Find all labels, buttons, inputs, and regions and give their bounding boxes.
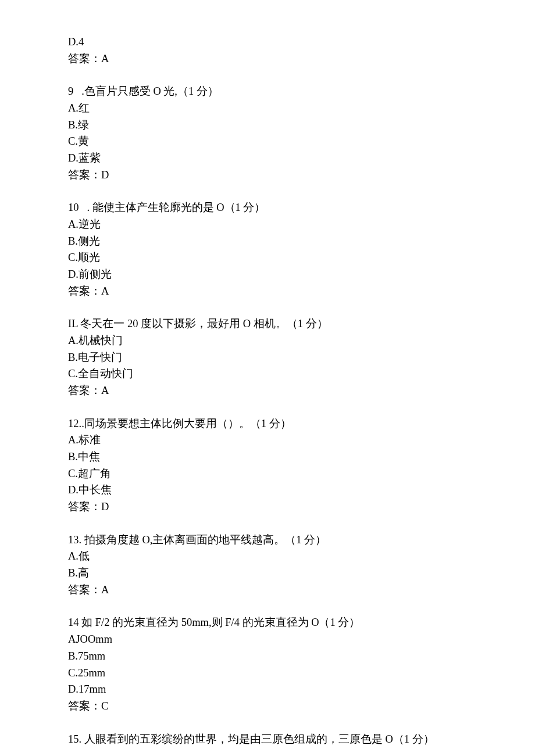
question-stem: 14 如 F/2 的光束直径为 50mm,则 F/4 的光束直径为 O（1 分） xyxy=(68,614,475,631)
question-stem: 13. 拍摄角度越 O,主体离画面的地平线越高。（1 分） xyxy=(68,532,475,549)
option-b: B.侧光 xyxy=(68,233,475,250)
option-c: C.顺光 xyxy=(68,249,475,266)
option-a: A.机械快门 xyxy=(68,332,475,349)
document-page: D.4 答案：A 9 .色盲片只感受 O 光,（1 分） A.红 B.绿 C.黄… xyxy=(0,0,475,747)
answer-line: 答案：A xyxy=(68,582,475,599)
option-b: B.高 xyxy=(68,565,475,582)
question-12: 12..同场景要想主体比例大要用（）。（1 分） A.标准 B.中焦 C.超广角… xyxy=(68,415,475,515)
answer-line: 答案：A xyxy=(68,382,475,399)
answer-line: 答案：C xyxy=(68,698,475,715)
option-b: B.电子快门 xyxy=(68,349,475,366)
option-d: D.前侧光 xyxy=(68,266,475,283)
option-a: A.低 xyxy=(68,548,475,565)
question-stem: 10 . 能使主体产生轮廓光的是 O（1 分） xyxy=(68,199,475,216)
option-d: D.17mm xyxy=(68,681,475,698)
option-d: D.中长焦 xyxy=(68,482,475,499)
question-stem: 15. 人眼看到的五彩缤纷的世界，均是由三原色组成的，三原色是 O（1 分） xyxy=(68,731,475,748)
answer-line: 答案：A xyxy=(68,51,475,67)
option-a: A.标准 xyxy=(68,432,475,449)
option-a: A.红 xyxy=(68,100,475,117)
option-d: D.蓝紫 xyxy=(68,150,475,167)
option-c: C.超广角 xyxy=(68,465,475,482)
option-b: B.绿 xyxy=(68,117,475,134)
option-d: D.4 xyxy=(68,34,475,51)
answer-line: 答案：D xyxy=(68,499,475,515)
answer-line: 答案：A xyxy=(68,283,475,300)
option-a: A.逆光 xyxy=(68,216,475,233)
question-14: 14 如 F/2 的光束直径为 50mm,则 F/4 的光束直径为 O（1 分）… xyxy=(68,614,475,714)
question-15: 15. 人眼看到的五彩缤纷的世界，均是由三原色组成的，三原色是 O（1 分） xyxy=(68,731,475,748)
option-c: C.黄 xyxy=(68,133,475,150)
question-8-tail: D.4 答案：A xyxy=(68,34,475,67)
option-b: B.中焦 xyxy=(68,449,475,465)
question-stem: 12..同场景要想主体比例大要用（）。（1 分） xyxy=(68,415,475,432)
answer-line: 答案：D xyxy=(68,167,475,184)
question-13: 13. 拍摄角度越 O,主体离画面的地平线越高。（1 分） A.低 B.高 答案… xyxy=(68,532,475,599)
option-b: B.75mm xyxy=(68,648,475,665)
question-9: 9 .色盲片只感受 O 光,（1 分） A.红 B.绿 C.黄 D.蓝紫 答案：… xyxy=(68,83,475,183)
question-stem: IL 冬天在一 20 度以下摄影，最好用 O 相机。（1 分） xyxy=(68,316,475,332)
question-stem: 9 .色盲片只感受 O 光,（1 分） xyxy=(68,83,475,100)
option-c: C.25mm xyxy=(68,665,475,682)
option-c: C.全自动快门 xyxy=(68,366,475,382)
option-a: AJOOmm xyxy=(68,631,475,648)
question-11: IL 冬天在一 20 度以下摄影，最好用 O 相机。（1 分） A.机械快门 B… xyxy=(68,316,475,399)
question-10: 10 . 能使主体产生轮廓光的是 O（1 分） A.逆光 B.侧光 C.顺光 D… xyxy=(68,199,475,299)
